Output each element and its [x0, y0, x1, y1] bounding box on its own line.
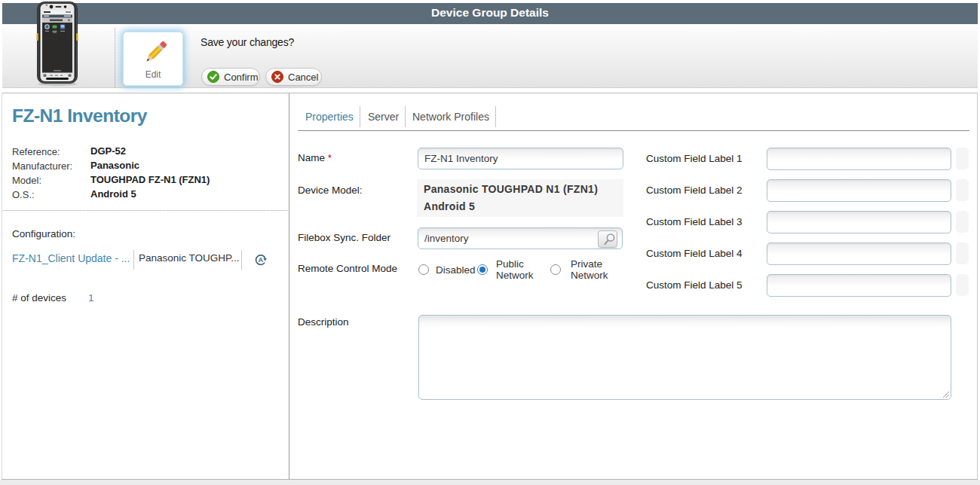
- svg-text:A: A: [258, 256, 263, 264]
